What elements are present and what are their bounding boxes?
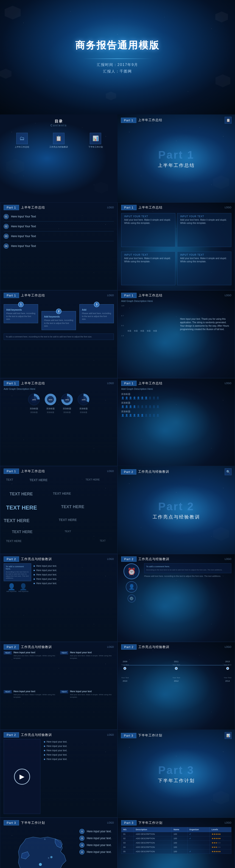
person-b: 👤 Add keywords	[18, 583, 28, 592]
play-button[interactable]: ▶	[14, 769, 30, 785]
wc-9: TEXT HERE	[59, 518, 77, 522]
td-desc-4: ADD DESCRIPTION	[134, 845, 172, 849]
person-icon-a: 👤	[6, 583, 17, 591]
y-axis: 1259 79 51 8	[121, 305, 124, 337]
p2-8: 👤	[149, 405, 152, 408]
chart-description: Here input your text. Thank you for usin…	[180, 317, 230, 331]
logo: LOGO	[107, 646, 114, 648]
part-badge: Part 1	[121, 118, 136, 123]
slide-header: Part 3 下半年工作计划 LOGO	[121, 820, 231, 826]
footer-note-r: Please add text here. According to the t…	[144, 575, 231, 577]
word-cloud: TEXT TEXT HERE TEXT HERE TEXT HERE TEXT …	[0, 474, 117, 554]
tg-body-4: Add your text here. Make it simple. Whil…	[70, 693, 114, 699]
part-title: 工作亮点与经验教训	[138, 470, 169, 474]
graph-desc2: Add Graph Description Here	[4, 388, 114, 390]
tl-lbl-2010: Your Text	[121, 677, 129, 679]
part-title: 上半年工作总结	[21, 381, 45, 385]
video-placeholder: ▶	[4, 739, 41, 814]
text-grid: TEXT Here input your text Add your text …	[4, 651, 114, 726]
part-title: 工作亮点与经验教训	[21, 645, 52, 649]
person-circle: 👤	[126, 581, 137, 593]
logo: LOGO	[107, 382, 114, 384]
p2-2: 👤	[125, 405, 128, 408]
map-num-1: ①	[79, 829, 84, 834]
bar-lbl-1: 标题	[128, 330, 131, 332]
td-org-2: ✓	[187, 836, 210, 841]
bar-lbl-5: 标题	[153, 330, 157, 332]
item-text-1: Here Input Your Text	[11, 215, 36, 218]
p2-10: 👤	[156, 405, 159, 408]
part-badge: Part 1	[4, 205, 19, 210]
part-badge: Part 2	[121, 556, 136, 562]
pbt-1: Here input your text.	[47, 740, 67, 743]
textblock-content: TEXT Here input your text Add your text …	[4, 651, 114, 726]
map-text-1: Here input your text.	[87, 830, 111, 833]
item-text-4: Here Input Your Text	[11, 245, 36, 248]
slide-header: Part 1 上半年工作总结 LOGO	[121, 381, 231, 386]
p3-7: 👤	[145, 414, 148, 417]
td-lvl-2: ★★★★★	[210, 836, 231, 841]
bg-text-2: Part 2	[153, 500, 200, 513]
th-name: Name	[172, 827, 187, 832]
part-badge: Part 3	[4, 820, 19, 826]
part-badge: Part 1	[4, 381, 19, 386]
part-badge: Part 1	[4, 469, 19, 474]
clock-icon: ⏰	[124, 563, 139, 579]
part-num: Part 1	[124, 119, 133, 122]
main-title: 商务报告通用模版	[75, 39, 160, 52]
wc-1: TEXT	[6, 478, 13, 482]
part2-header: Part 2 工作亮点与经验教训 🔍 Part 2 工作亮点与经验教训	[118, 466, 235, 554]
divider	[4, 231, 114, 231]
logo: LOGO	[225, 206, 231, 209]
person-1: 👤	[121, 397, 124, 399]
pbullet-1: Here input your text.	[44, 740, 114, 743]
pie-label-3: 添加标题	[63, 407, 71, 410]
comment-area: To add a comment here. According to the …	[4, 563, 31, 581]
tb-title-1: INPUT YOUR TEXT	[124, 215, 172, 218]
map-num-3: ③	[79, 843, 84, 848]
part-title: 下半年工作计划	[138, 734, 162, 738]
part2-title-text: 工作亮点与经验教训	[153, 514, 200, 520]
bar-5: 标题	[153, 329, 158, 332]
map-area: ① ② ③ ④	[4, 827, 77, 868]
slide-barchart: Part 1 上半年工作总结 LOGO Add Graph Descriptio…	[118, 290, 235, 378]
slide-header: Part 1 上半年工作总结 LOGO	[4, 293, 114, 298]
comment-content: ⏰ 👤 ⚙️ To add a comment here. According …	[121, 563, 231, 638]
p3-8: 👤	[149, 414, 152, 417]
td-org-3	[187, 841, 210, 845]
prog-label-2: 添加标题	[121, 401, 231, 404]
step-2: 2 Add keywords Please add text here. Acc…	[42, 304, 76, 330]
tb-title-3: INPUT YOUR TEXT	[124, 254, 172, 256]
step-title-2: Add keywords	[44, 315, 74, 318]
logo: LOGO	[107, 822, 114, 824]
p2-5: 👤	[137, 405, 140, 408]
td-name-2: 100	[172, 836, 187, 841]
row-3: Part 1 上半年工作总结 LOGO 01 Here Input Your T…	[0, 203, 235, 290]
row-9: Part 2 工作亮点与经验教训 LOGO ▶ Here input your …	[0, 730, 235, 818]
part-title: 上半年工作总结	[138, 118, 162, 122]
pbt-4: Here input your text.	[47, 753, 67, 756]
table-row: 04 ADD DESCRIPTION 100 ★★★★★	[122, 845, 231, 849]
map-content: ① ② ③ ④ ① Here input your text. ② Here i…	[4, 827, 114, 868]
slide-header: Part 2 工作亮点与经验教训 LOGO	[121, 644, 231, 650]
tg-label-1: TEXT	[4, 651, 12, 654]
part-badge: Part 2	[4, 732, 19, 738]
wc-12: TEXT HERE	[6, 539, 22, 543]
graph-desc3: Add Graph Description Here	[121, 388, 231, 390]
bar-3: 标题	[140, 329, 145, 332]
logo: LOGO	[107, 206, 114, 209]
part-icon: 📋	[225, 117, 232, 124]
slide-header: Part 2 工作亮点与经验教训 LOGO	[4, 732, 114, 738]
pbd-5	[44, 758, 45, 760]
wc-5: TEXT HERE	[53, 492, 71, 495]
part3-header: Part 3 下半年工作计划 📊 Part 3 下半年工作计划	[118, 730, 235, 818]
pie-4: 33% 添加标题 添加标题	[77, 393, 90, 414]
part-title: 下半年工作计划	[21, 821, 45, 825]
slide-header: Part 2 工作亮点与经验教训 LOGO	[4, 556, 114, 562]
btext-2: Here input your text.	[36, 569, 57, 572]
contents-icons: 🗂 上半年工作总结 📋 工作亮点与经验教训 📊 下半年工作计划	[0, 133, 118, 149]
tb-content-4: Add your text here. Make it simple and s…	[180, 257, 228, 263]
bdot-5	[33, 583, 35, 584]
tb-content-1: Add your text here. Make it simple and s…	[124, 218, 172, 225]
tb-title-2: INPUT YOUR TEXT	[180, 215, 228, 218]
